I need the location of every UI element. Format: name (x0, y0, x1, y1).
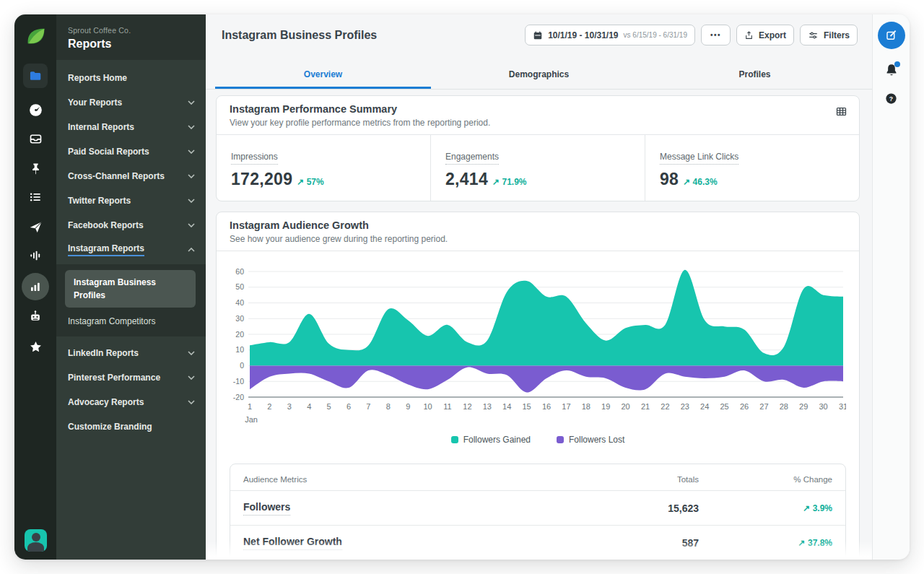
summary-title: Instagram Performance Summary (230, 103, 846, 115)
svg-text:13: 13 (483, 402, 492, 411)
dashboard-gauge-icon[interactable] (27, 101, 44, 118)
tab-demographics[interactable]: Demographics (431, 60, 647, 89)
metric-label[interactable]: Message Link Clicks (660, 152, 738, 165)
more-options-button[interactable]: ••• (701, 25, 731, 45)
bot-icon[interactable] (27, 308, 44, 325)
sidebar-item-facebook-reports[interactable]: Facebook Reports (56, 213, 206, 238)
table-view-icon[interactable] (835, 105, 847, 118)
tab-profiles[interactable]: Profiles (647, 60, 863, 89)
sidebar-nav: Reports Home Your Reports Internal Repor… (56, 60, 206, 439)
audience-growth-card: Instagram Audience Growth See how your a… (216, 212, 860, 560)
col-header-totals: Totals (544, 475, 699, 484)
chevron-down-icon (188, 100, 195, 105)
sidebar-item-linkedin-reports[interactable]: LinkedIn Reports (56, 341, 206, 365)
sidebar-item-advocacy-reports[interactable]: Advocacy Reports (56, 390, 206, 414)
user-avatar[interactable] (25, 529, 47, 552)
sidebar-item-paid-social-reports[interactable]: Paid Social Reports (56, 139, 206, 164)
svg-text:4: 4 (307, 402, 311, 411)
chevron-down-icon (188, 351, 195, 355)
svg-text:0: 0 (240, 361, 244, 370)
row-change: ↗ 3.9% (699, 503, 832, 513)
account-name: Sprout Coffee Co. (68, 26, 194, 35)
svg-text:3: 3 (287, 402, 292, 411)
svg-text:5: 5 (327, 402, 331, 411)
sidebar-item-customize-branding[interactable]: Customize Branding (56, 414, 206, 439)
svg-text:7: 7 (366, 402, 370, 411)
calendar-icon (533, 30, 543, 40)
sidebar-item-instagram-reports[interactable]: Instagram Reports (56, 238, 206, 262)
chevron-down-icon (188, 375, 195, 380)
inbox-icon[interactable] (27, 130, 44, 147)
svg-text:26: 26 (740, 402, 749, 411)
filters-icon (808, 30, 819, 40)
metric-value: 2,414 (445, 170, 488, 188)
svg-text:30: 30 (235, 314, 244, 323)
main-content: Instagram Business Profiles 10/1/19 - 10… (206, 14, 872, 560)
sidebar-item-instagram-competitors[interactable]: Instagram Competitors (56, 310, 206, 332)
metric-impressions: Impressions 172,209↗ 57% (217, 135, 431, 201)
col-header-change: % Change (699, 475, 832, 484)
compose-button[interactable] (878, 22, 905, 49)
performance-summary-card: Instagram Performance Summary View your … (216, 95, 860, 201)
sidebar-item-twitter-reports[interactable]: Twitter Reports (56, 188, 206, 213)
sidebar-header: Sprout Coffee Co. Reports (56, 14, 206, 60)
export-icon (744, 30, 754, 40)
svg-text:17: 17 (562, 402, 570, 411)
svg-text:20: 20 (235, 330, 244, 339)
svg-text:-10: -10 (233, 377, 244, 386)
app-window: Sprout Coffee Co. Reports Reports Home Y… (14, 14, 910, 560)
metric-delta: ↗ 46.3% (683, 177, 717, 187)
right-toolbar: ? (872, 14, 910, 560)
legend-followers-lost[interactable]: Followers Lost (557, 435, 624, 445)
date-range-button[interactable]: 10/1/19 - 10/31/19 vs 6/15/19 - 6/31/19 (525, 25, 695, 45)
svg-text:20: 20 (621, 402, 629, 411)
compare-range-label: vs 6/15/19 - 6/31/19 (624, 31, 687, 39)
row-metric[interactable]: Net Follower Growth (243, 536, 342, 550)
svg-text:8: 8 (386, 402, 391, 411)
reviews-star-icon[interactable] (27, 338, 44, 355)
tasks-list-icon[interactable] (27, 188, 44, 206)
tab-overview[interactable]: Overview (215, 60, 431, 89)
audience-growth-chart: 6050403020100-10-20123456789101112131415… (230, 256, 846, 427)
svg-text:11: 11 (443, 402, 451, 411)
growth-subtitle: See how your audience grew during the re… (230, 234, 846, 244)
sprout-logo-icon[interactable] (24, 25, 47, 48)
reports-chart-icon[interactable] (22, 273, 49, 300)
export-button[interactable]: Export (736, 25, 794, 45)
chevron-down-icon (188, 149, 195, 154)
row-metric[interactable]: Followers (243, 501, 290, 516)
svg-text:29: 29 (799, 402, 808, 411)
notifications-button[interactable] (884, 62, 899, 81)
metric-label[interactable]: Impressions (231, 152, 278, 165)
filters-button[interactable]: Filters (800, 25, 858, 45)
publish-send-icon[interactable] (27, 218, 44, 235)
sidebar-item-your-reports[interactable]: Your Reports (56, 90, 206, 115)
svg-text:25: 25 (720, 402, 728, 411)
chevron-down-icon (188, 223, 195, 227)
sidebar-item-pinterest-performance[interactable]: Pinterest Performance (56, 365, 206, 390)
help-button[interactable]: ? (884, 92, 898, 108)
sidebar-item-internal-reports[interactable]: Internal Reports (56, 115, 206, 139)
metric-delta: ↗ 71.9% (492, 177, 526, 187)
plan-folder-icon[interactable] (23, 64, 48, 88)
svg-text:30: 30 (819, 402, 827, 411)
svg-text:6: 6 (346, 402, 351, 411)
chart-legend: Followers Gained Followers Lost (217, 435, 859, 445)
metric-label[interactable]: Engagements (445, 152, 499, 165)
sidebar-item-instagram-business-profiles[interactable]: Instagram Business Profiles (65, 270, 196, 308)
chevron-down-icon (188, 174, 195, 178)
svg-text:2: 2 (267, 402, 271, 411)
sidebar-item-cross-channel-reports[interactable]: Cross-Channel Reports (56, 164, 206, 188)
svg-text:24: 24 (700, 402, 709, 411)
svg-text:-20: -20 (233, 393, 244, 401)
svg-text:40: 40 (235, 298, 244, 307)
audience-metrics-table: Audience Metrics Totals % Change Followe… (230, 464, 846, 560)
svg-text:27: 27 (759, 402, 768, 411)
svg-text:28: 28 (780, 402, 788, 411)
page-title: Instagram Business Profiles (222, 29, 519, 42)
sidebar-item-reports-home[interactable]: Reports Home (56, 66, 206, 90)
legend-followers-gained[interactable]: Followers Gained (451, 435, 531, 445)
listening-waveform-icon[interactable] (27, 247, 44, 264)
metric-value: 172,209 (231, 170, 292, 188)
pin-icon[interactable] (27, 160, 44, 177)
